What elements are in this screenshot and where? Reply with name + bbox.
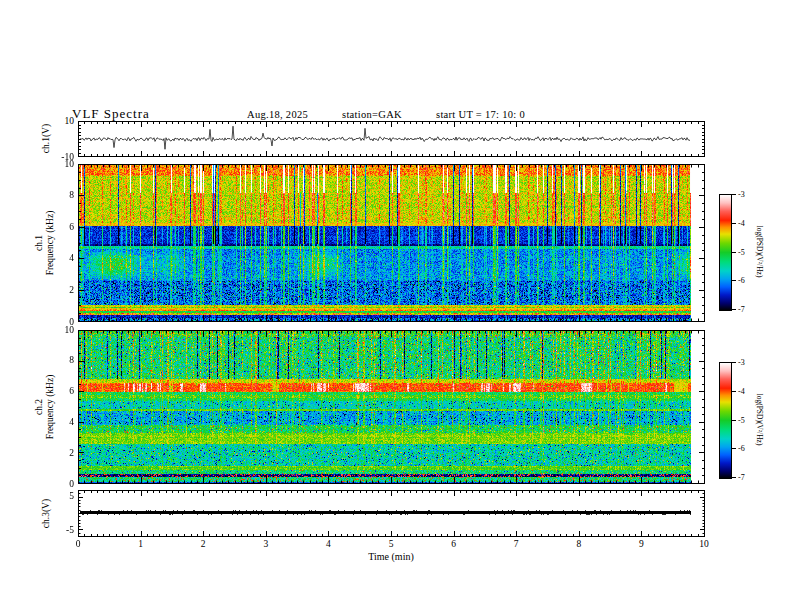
ch1-waveform-canvas [78,121,705,157]
colorbar-tick-label: -7 [738,473,745,482]
colorbar-tick [732,223,736,224]
colorbar-tick [732,420,736,421]
time-tick-label: 8 [562,539,596,550]
colorbar-tick-label: -6 [738,276,745,285]
colorbar-ch1: log(PSD)(V²/Hz) -3-4-5-6-7 [719,194,779,312]
colorbar-ch2: log(PSD)(V²/Hz) -3-4-5-6-7 [719,362,779,480]
colorbar-tick-label: -5 [738,416,745,425]
ch2-spectrogram-canvas [78,330,705,484]
colorbar-tick [732,194,736,195]
colorbar-tick [732,309,736,310]
ch3-waveform-panel [78,490,705,537]
time-tick-label: 3 [249,539,283,550]
spec1-ytick-label: 2 [48,285,74,296]
spec2-ytick-label: 4 [48,417,74,428]
colorbar-tick-label: -5 [738,248,745,257]
time-tick-label: 4 [311,539,345,550]
spec2-ytick-label: 0 [48,479,74,490]
colorbar-tick-label: -4 [738,387,745,396]
colorbar-tick [732,252,736,253]
station-label: station=GAK [342,109,402,120]
time-tick-label: 10 [687,539,721,550]
spec2-ytick-label: 8 [48,355,74,366]
colorbar-tick-label: -7 [738,305,745,314]
colorbar-ch2-title: log(PSD)(V²/Hz) [755,388,764,452]
colorbar-tick-label: -4 [738,219,745,228]
time-tick-label: 5 [374,539,408,550]
time-tick-label: 2 [186,539,220,550]
wave3-ytick-label: 5 [48,491,74,502]
spec2-ytick-label: 2 [48,448,74,459]
wave3-ytick-label: -5 [48,525,74,536]
spec1-ytick-label: 8 [48,190,74,201]
colorbar-tick [732,477,736,478]
ch3-waveform-canvas [78,490,705,537]
date-label: Aug.18, 2025 [247,109,308,120]
time-tick-label: 0 [61,539,95,550]
colorbar-tick [732,280,736,281]
ch2-spectrogram-panel [78,330,705,484]
colorbar-tick-label: -6 [738,444,745,453]
spec1-ytick-label: 4 [48,253,74,264]
ch1-spec-axis-line1: ch.1 [34,183,45,303]
wave1-ytick-label: 10 [48,116,74,127]
ch2-spec-axis-line1: ch.2 [34,347,45,467]
vlf-spectra-figure: VLF Spectra Aug.18, 2025 station=GAK sta… [0,0,792,612]
time-tick-label: 9 [624,539,658,550]
spec2-ytick-label: 6 [48,386,74,397]
colorbar-tick-label: -3 [738,358,745,367]
page-title: VLF Spectra [72,106,150,122]
colorbar-tick [732,448,736,449]
colorbar-tick [732,362,736,363]
spec1-ytick-label: 6 [48,222,74,233]
time-tick-label: 7 [499,539,533,550]
colorbar-ch2-gradient [719,362,732,479]
colorbar-ch1-title: log(PSD)(V²/Hz) [755,220,764,284]
colorbar-ch1-gradient [719,194,732,311]
spec1-ytick-label: 10 [48,159,74,170]
ch1-spectrogram-canvas [78,164,705,322]
time-tick-label: 1 [124,539,158,550]
spec2-ytick-label: 10 [48,325,74,336]
colorbar-tick [732,391,736,392]
ch1-spectrogram-panel [78,164,705,322]
colorbar-tick-label: -3 [738,190,745,199]
time-tick-label: 6 [437,539,471,550]
start-ut-label: start UT = 17: 10: 0 [436,109,525,120]
ch1-waveform-panel [78,121,705,157]
x-axis-title: Time (min) [331,551,451,562]
